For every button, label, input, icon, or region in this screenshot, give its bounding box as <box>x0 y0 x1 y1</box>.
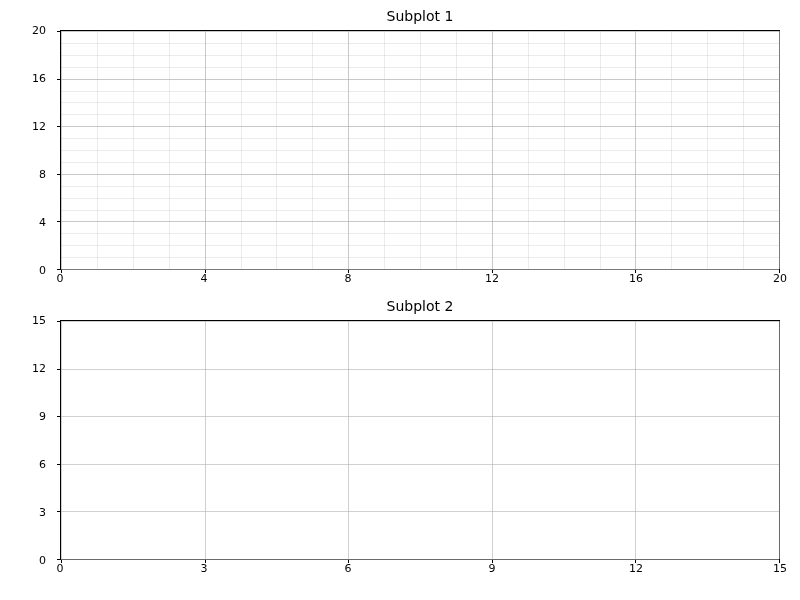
ytick-label: 20 <box>32 24 46 37</box>
grid-major-v <box>205 321 206 559</box>
subplot-2-plot-area <box>60 320 780 560</box>
tick-mark-y <box>57 269 61 270</box>
xtick-label: 20 <box>773 272 787 285</box>
ytick-label: 0 <box>39 264 46 277</box>
grid-major-h <box>61 559 779 560</box>
grid-minor-h <box>61 138 779 139</box>
ytick-label: 12 <box>32 362 46 375</box>
tick-mark-y <box>57 511 61 512</box>
tick-mark-y <box>57 369 61 370</box>
grid-major-v <box>61 321 62 559</box>
grid-minor-h <box>61 114 779 115</box>
xtick-label: 3 <box>201 562 208 575</box>
grid-major-v <box>635 321 636 559</box>
xtick-label: 4 <box>201 272 208 285</box>
grid-major-h <box>61 511 779 512</box>
subplot-2: Subplot 2 03691215 03691215 <box>60 320 780 560</box>
ytick-label: 4 <box>39 216 46 229</box>
grid-minor-h <box>61 67 779 68</box>
ytick-label: 9 <box>39 410 46 423</box>
grid-major-v <box>779 321 780 559</box>
tick-mark-y <box>57 559 61 560</box>
grid-major-v <box>348 321 349 559</box>
grid-major-h <box>61 31 779 32</box>
xtick-label: 9 <box>489 562 496 575</box>
grid-minor-h <box>61 43 779 44</box>
ytick-label: 6 <box>39 458 46 471</box>
subplot-1-plot-area <box>60 30 780 270</box>
subplot-1: Subplot 1 048121620 048121620 <box>60 30 780 270</box>
xtick-label: 12 <box>485 272 499 285</box>
xtick-label: 6 <box>345 562 352 575</box>
grid-major-h <box>61 369 779 370</box>
xtick-label: 16 <box>629 272 643 285</box>
tick-mark-y <box>57 321 61 322</box>
grid-minor-h <box>61 55 779 56</box>
grid-major-h <box>61 269 779 270</box>
grid-minor-h <box>61 162 779 163</box>
grid-minor-h <box>61 186 779 187</box>
tick-mark-y <box>57 79 61 80</box>
grid-major-h <box>61 464 779 465</box>
grid-major-v <box>779 31 780 269</box>
grid-major-v <box>61 31 62 269</box>
grid-minor-h <box>61 210 779 211</box>
grid-minor-h <box>61 91 779 92</box>
subplot-2-xticks: 03691215 <box>60 562 780 578</box>
grid-major-h <box>61 416 779 417</box>
grid-major-v <box>492 321 493 559</box>
ytick-label: 8 <box>39 168 46 181</box>
tick-mark-y <box>57 174 61 175</box>
grid-major-v <box>348 31 349 269</box>
grid-major-h <box>61 221 779 222</box>
grid-minor-h <box>61 233 779 234</box>
tick-mark-y <box>57 31 61 32</box>
ytick-label: 16 <box>32 72 46 85</box>
grid-major-v <box>635 31 636 269</box>
xtick-label: 15 <box>773 562 787 575</box>
tick-mark-y <box>57 464 61 465</box>
grid-major-v <box>492 31 493 269</box>
subplot-1-xticks: 048121620 <box>60 272 780 288</box>
subplot-2-title: Subplot 2 <box>60 298 780 314</box>
tick-mark-y <box>57 416 61 417</box>
ytick-label: 0 <box>39 554 46 567</box>
xtick-label: 0 <box>57 562 64 575</box>
ytick-label: 15 <box>32 314 46 327</box>
ytick-label: 12 <box>32 120 46 133</box>
grid-major-h <box>61 79 779 80</box>
xtick-label: 0 <box>57 272 64 285</box>
grid-major-h <box>61 126 779 127</box>
tick-mark-y <box>57 126 61 127</box>
grid-minor-h <box>61 150 779 151</box>
grid-major-h <box>61 174 779 175</box>
ytick-label: 3 <box>39 506 46 519</box>
grid-minor-h <box>61 102 779 103</box>
xtick-label: 12 <box>629 562 643 575</box>
figure: Subplot 1 048121620 048121620 Subplot 2 … <box>0 0 800 600</box>
grid-minor-h <box>61 245 779 246</box>
grid-minor-h <box>61 257 779 258</box>
grid-major-v <box>205 31 206 269</box>
tick-mark-y <box>57 221 61 222</box>
grid-major-h <box>61 321 779 322</box>
grid-minor-h <box>61 198 779 199</box>
subplot-1-title: Subplot 1 <box>60 8 780 24</box>
xtick-label: 8 <box>345 272 352 285</box>
